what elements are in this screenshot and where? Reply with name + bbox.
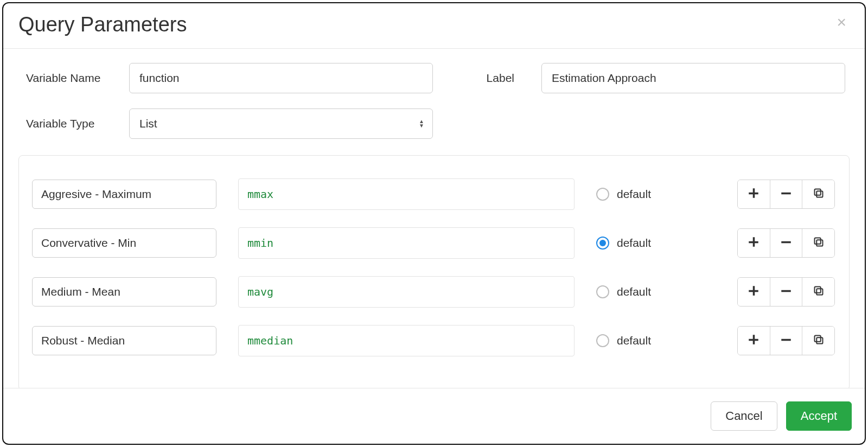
- default-radio-label: default: [617, 188, 651, 201]
- add-row-button[interactable]: [738, 229, 770, 257]
- option-display-input[interactable]: [32, 228, 216, 258]
- variable-type-select[interactable]: [129, 108, 433, 139]
- default-radio-label: default: [617, 285, 651, 298]
- svg-rect-7: [781, 241, 791, 244]
- option-value-input[interactable]: [238, 178, 575, 210]
- duplicate-row-button[interactable]: [802, 229, 834, 257]
- plus-icon: [748, 188, 759, 201]
- row-action-group: [737, 180, 835, 209]
- svg-rect-9: [814, 238, 820, 244]
- svg-rect-8: [816, 240, 822, 246]
- row-action-group: [737, 326, 835, 355]
- list-row: default: [32, 170, 836, 219]
- default-radio[interactable]: [596, 285, 609, 298]
- add-row-button[interactable]: [738, 180, 770, 208]
- list-options-panel: defaultdefaultdefaultdefault: [18, 155, 850, 388]
- top-form: Variable Name Label Variable Type ▲▼: [18, 63, 850, 139]
- remove-row-button[interactable]: [770, 278, 802, 306]
- modal-body: Variable Name Label Variable Type ▲▼ def…: [3, 49, 865, 388]
- list-row: default: [32, 267, 836, 316]
- list-row: default: [32, 316, 836, 365]
- default-radio-cell: default: [596, 237, 705, 250]
- option-display-input[interactable]: [32, 326, 216, 355]
- add-row-button[interactable]: [738, 327, 770, 355]
- svg-rect-13: [816, 289, 822, 295]
- cancel-button[interactable]: Cancel: [711, 401, 777, 431]
- modal-footer: Cancel Accept: [3, 388, 865, 444]
- svg-rect-3: [816, 191, 822, 197]
- copy-icon: [813, 334, 824, 347]
- svg-rect-4: [814, 189, 820, 195]
- option-display-input[interactable]: [32, 277, 216, 306]
- svg-rect-12: [781, 290, 791, 292]
- plus-icon: [748, 285, 759, 298]
- minus-icon: [781, 237, 792, 250]
- svg-rect-18: [816, 337, 822, 343]
- svg-rect-1: [749, 193, 759, 195]
- copy-icon: [813, 188, 824, 201]
- svg-rect-19: [814, 336, 820, 342]
- default-radio-cell: default: [596, 334, 705, 347]
- option-display-input[interactable]: [32, 180, 216, 209]
- copy-icon: [813, 285, 824, 298]
- modal-header: Query Parameters ×: [3, 3, 865, 49]
- svg-rect-11: [749, 290, 759, 292]
- minus-icon: [781, 285, 792, 298]
- query-parameters-modal: Query Parameters × Variable Name Label V…: [2, 2, 866, 445]
- default-radio[interactable]: [596, 188, 609, 201]
- plus-icon: [748, 334, 759, 347]
- duplicate-row-button[interactable]: [802, 180, 834, 208]
- row-action-group: [737, 277, 835, 306]
- default-radio-label: default: [617, 334, 651, 347]
- svg-rect-17: [781, 339, 791, 341]
- duplicate-row-button[interactable]: [802, 327, 834, 355]
- default-radio-label: default: [617, 237, 651, 250]
- label-input[interactable]: [541, 63, 845, 93]
- variable-type-label: Variable Type: [26, 117, 129, 130]
- remove-row-button[interactable]: [770, 180, 802, 208]
- svg-rect-14: [814, 287, 820, 293]
- variable-name-input[interactable]: [129, 63, 433, 93]
- default-radio[interactable]: [596, 334, 609, 347]
- list-row: default: [32, 219, 836, 267]
- minus-icon: [781, 188, 792, 201]
- variable-name-label: Variable Name: [26, 72, 129, 85]
- copy-icon: [813, 237, 824, 250]
- label-label: Label: [433, 72, 541, 85]
- add-row-button[interactable]: [738, 278, 770, 306]
- option-value-input[interactable]: [238, 325, 575, 356]
- remove-row-button[interactable]: [770, 327, 802, 355]
- plus-icon: [748, 237, 759, 250]
- close-icon[interactable]: ×: [833, 13, 850, 31]
- option-value-input[interactable]: [238, 227, 575, 259]
- default-radio-cell: default: [596, 285, 705, 298]
- duplicate-row-button[interactable]: [802, 278, 834, 306]
- default-radio-cell: default: [596, 188, 705, 201]
- svg-rect-16: [749, 339, 759, 341]
- svg-rect-6: [749, 241, 759, 244]
- modal-title: Query Parameters: [18, 13, 187, 36]
- svg-rect-2: [781, 193, 791, 195]
- row-action-group: [737, 228, 835, 258]
- default-radio[interactable]: [596, 237, 609, 250]
- accept-button[interactable]: Accept: [786, 401, 852, 431]
- option-value-input[interactable]: [238, 276, 575, 308]
- remove-row-button[interactable]: [770, 229, 802, 257]
- minus-icon: [781, 334, 792, 347]
